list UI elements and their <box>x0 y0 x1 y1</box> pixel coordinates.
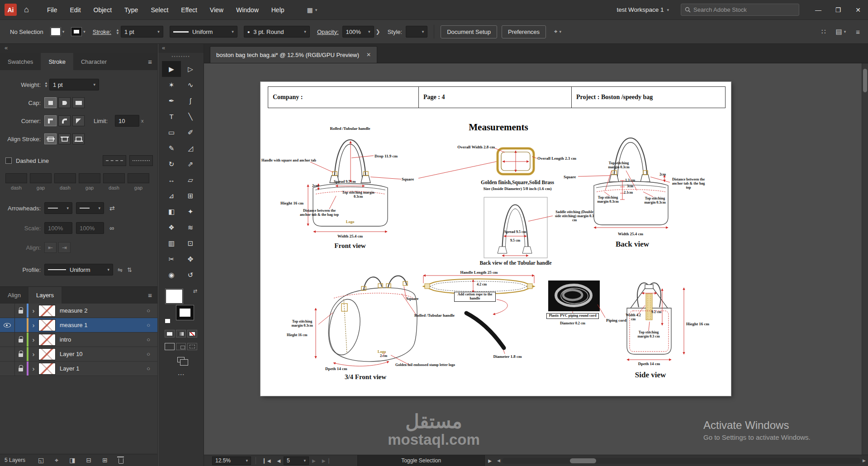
column-graph-tool[interactable]: ▥ <box>162 235 181 251</box>
default-fill-stroke-icon[interactable] <box>165 319 171 323</box>
layer-row-layer-10[interactable]: ›Layer 10○ <box>0 347 157 361</box>
none-button[interactable] <box>187 330 197 338</box>
scale-tool[interactable]: ⇗ <box>181 156 200 172</box>
canvas[interactable]: Company : Page : 4 Project : Boston /spe… <box>204 63 862 455</box>
symbol-sprayer-tool[interactable]: ≋ <box>181 219 200 235</box>
dash-field-5[interactable] <box>128 173 149 183</box>
fill-color-dropdown[interactable]: ▾ <box>51 28 65 36</box>
layer-row-measure-1[interactable]: ›measure 1○ <box>0 318 157 333</box>
vertical-scrollbar[interactable] <box>862 63 868 455</box>
expand-icon[interactable]: › <box>28 336 38 343</box>
artboard-nav-select[interactable]: 5▾ <box>284 456 309 465</box>
last-artboard-button[interactable]: ▶▕ <box>319 458 332 463</box>
dash-align-button[interactable] <box>129 155 153 166</box>
draw-normal-button[interactable] <box>165 343 175 350</box>
opacity-expander-icon[interactable]: ❯ <box>376 29 380 35</box>
horizontal-scroll-thumb[interactable] <box>570 458 596 463</box>
home-icon[interactable]: ⌂ <box>24 5 29 14</box>
eraser-tool[interactable]: ◿ <box>181 140 200 156</box>
edit-toolbar-icon[interactable]: ⋯ <box>178 371 185 379</box>
direct-selection-tool[interactable]: ▷ <box>181 61 200 77</box>
stroke-color-dropdown[interactable]: ▾ <box>71 28 85 36</box>
type-tool[interactable]: T <box>162 109 181 124</box>
menu-file[interactable]: File <box>41 0 64 20</box>
vertical-scroll-thumb[interactable] <box>863 69 867 92</box>
align-outside-button[interactable] <box>72 133 85 144</box>
prev-artboard-button[interactable]: ◀ <box>274 458 284 463</box>
layer-name[interactable]: measure 2 <box>60 307 87 314</box>
stroke-proxy-swatch[interactable] <box>176 305 194 320</box>
profile-select[interactable]: Uniform▾ <box>44 264 113 276</box>
status-readout[interactable]: Toggle Selection <box>357 455 485 466</box>
scroll-right-icon[interactable]: ▶ <box>863 458 866 463</box>
control-panel-menu-icon[interactable]: ≡ <box>856 28 860 36</box>
gradient-tool[interactable]: ◧ <box>162 204 181 219</box>
expand-icon[interactable]: › <box>28 350 38 358</box>
rotate-tool[interactable]: ↻ <box>162 156 181 172</box>
weight-stepper[interactable]: ▲▼ <box>44 81 48 88</box>
curvature-tool[interactable]: ʃ <box>181 93 200 109</box>
status-expand-icon[interactable]: ▶ <box>485 458 495 463</box>
stroke-weight-select[interactable]: 1 pt▾ <box>121 26 163 38</box>
cap-round-button[interactable] <box>58 97 71 108</box>
workspace-switcher[interactable]: test Workspace 1▾ <box>617 6 669 13</box>
locate-object-icon[interactable]: ⌖ <box>55 456 58 464</box>
stroke-weight-stepper[interactable]: ▲▼ <box>116 29 119 35</box>
pen-tool[interactable]: ✒ <box>162 93 181 109</box>
change-screen-mode-icon[interactable] <box>177 357 185 362</box>
menu-select[interactable]: Select <box>144 0 175 20</box>
zoom-level-select[interactable]: 12.5%▾ <box>212 456 251 465</box>
lock-toggle[interactable] <box>15 351 27 357</box>
collapse-toolbar-icon[interactable]: « <box>158 44 204 53</box>
arrowhead-start-select[interactable]: ▾ <box>44 202 72 214</box>
horizontal-scrollbar[interactable]: ◀ ▶ <box>495 455 868 466</box>
visibility-toggle[interactable] <box>0 318 15 332</box>
rotate-view-tool[interactable]: ↺ <box>181 267 200 283</box>
layer-name[interactable]: Layer 10 <box>60 351 83 357</box>
arrange-documents-icon[interactable]: ▦▾ <box>307 6 318 14</box>
target-icon[interactable]: ○ <box>147 365 150 372</box>
app-logo[interactable]: Ai <box>5 4 17 16</box>
tab-stroke[interactable]: Stroke <box>41 53 73 70</box>
dash-field-0[interactable] <box>5 173 27 183</box>
preferences-button[interactable]: Preferences <box>502 25 546 38</box>
align-center-button[interactable] <box>44 133 57 144</box>
corner-round-button[interactable] <box>58 115 71 126</box>
slice-tool[interactable]: ✂ <box>162 251 181 267</box>
menu-object[interactable]: Object <box>87 0 118 20</box>
mesh-tool[interactable]: ⊞ <box>181 188 200 204</box>
paintbrush-tool[interactable]: ✐ <box>181 124 200 140</box>
horizontal-scroll-track[interactable] <box>502 458 861 464</box>
new-sublayer-icon[interactable]: ⊟ <box>86 456 91 464</box>
layer-name[interactable]: intro <box>60 336 71 343</box>
cap-projecting-button[interactable] <box>72 97 85 108</box>
restore-button[interactable]: ❐ <box>828 0 848 20</box>
lock-toggle[interactable] <box>15 308 27 314</box>
layer-name[interactable]: measure 1 <box>60 322 87 328</box>
corner-bevel-button[interactable] <box>72 115 85 126</box>
menu-view[interactable]: View <box>204 0 230 20</box>
dash-field-2[interactable] <box>54 173 76 183</box>
stock-search-input[interactable] <box>693 6 795 13</box>
arrowhead-end-select[interactable]: ▾ <box>76 202 104 214</box>
scroll-left-icon[interactable]: ◀ <box>497 458 500 463</box>
stock-search[interactable] <box>681 4 799 16</box>
menu-help[interactable]: Help <box>265 0 291 20</box>
blend-tool[interactable]: ❖ <box>162 219 181 235</box>
visibility-toggle[interactable] <box>0 361 15 376</box>
dash-preserve-button[interactable] <box>103 155 126 166</box>
minimize-button[interactable]: — <box>808 0 828 20</box>
dash-field-1[interactable] <box>30 173 52 183</box>
workspace-grid-icon[interactable]: ∷ <box>821 28 826 36</box>
stroke-panel-link[interactable]: Stroke: <box>93 29 111 35</box>
rectangle-tool[interactable]: ▭ <box>162 124 181 140</box>
opacity-link[interactable]: Opacity: <box>317 29 339 35</box>
collect-export-icon[interactable]: ◱ <box>38 456 44 464</box>
lock-toggle[interactable] <box>15 366 27 371</box>
magic-wand-tool[interactable]: ✶ <box>162 77 181 93</box>
scale-start-field[interactable]: 100% <box>44 222 72 234</box>
width-profile-select[interactable]: Uniform▾ <box>170 26 237 38</box>
swap-fill-stroke-icon[interactable]: ⇄ <box>193 288 197 294</box>
first-artboard-button[interactable]: ▎◀ <box>261 458 274 463</box>
document-tab[interactable]: boston bag tech bag.ai* @ 12.5% (RGB/GPU… <box>210 46 377 63</box>
